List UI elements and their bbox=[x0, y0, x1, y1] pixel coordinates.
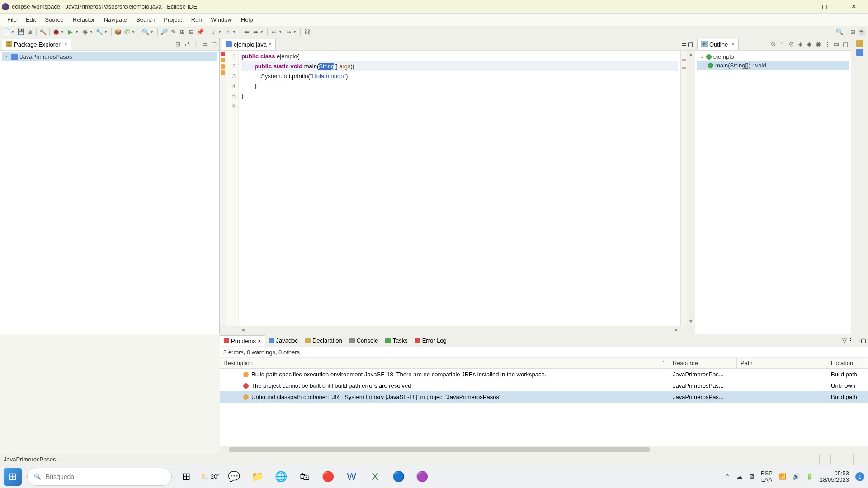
minimize-view-icon[interactable]: ▭ bbox=[833, 41, 840, 48]
dropdown-icon[interactable]: ▾ bbox=[61, 30, 65, 34]
chevron-right-icon[interactable]: › bbox=[4, 54, 9, 59]
dropdown-icon[interactable]: ▾ bbox=[233, 30, 237, 34]
scroll-right-icon[interactable]: ▸ bbox=[672, 326, 680, 334]
vertical-scrollbar[interactable]: ▴ ▾ bbox=[687, 51, 695, 326]
maximize-view-icon[interactable]: ▢ bbox=[861, 337, 866, 344]
link-icon[interactable]: ⇄ bbox=[183, 41, 190, 48]
notification-badge[interactable]: 1 bbox=[855, 472, 864, 481]
tray-chevron-icon[interactable]: ⌃ bbox=[725, 473, 730, 480]
redo-icon[interactable]: ↪ bbox=[285, 28, 292, 36]
outline-tab[interactable]: ◩ Outline × bbox=[697, 39, 739, 50]
open-type-icon[interactable]: 🔍 bbox=[142, 28, 149, 36]
overview-marker[interactable] bbox=[682, 67, 686, 69]
language-indicator[interactable]: ESP LAA bbox=[761, 470, 773, 483]
wifi-icon[interactable]: 📶 bbox=[779, 473, 786, 480]
prev-icon[interactable]: ↑ bbox=[224, 28, 231, 36]
maximize-view-icon[interactable]: ▢ bbox=[210, 41, 217, 48]
annotation-icon[interactable]: ✎ bbox=[170, 28, 177, 36]
maximize-view-icon[interactable]: ▢ bbox=[842, 41, 849, 48]
last-edit-icon[interactable]: ↩ bbox=[270, 28, 278, 36]
word-icon[interactable]: W bbox=[343, 468, 361, 486]
menu-navigate[interactable]: Navigate bbox=[99, 14, 132, 25]
menu-source[interactable]: Source bbox=[40, 14, 68, 25]
menu-search[interactable]: Search bbox=[132, 14, 159, 25]
search-icon[interactable]: 🔎 bbox=[160, 28, 168, 36]
task-view-icon[interactable]: ⊞ bbox=[177, 468, 195, 486]
overview-marker[interactable] bbox=[682, 59, 686, 61]
view-menu-icon[interactable]: ⋮ bbox=[192, 41, 199, 48]
scroll-up-icon[interactable]: ▴ bbox=[687, 51, 695, 59]
collapse-all-icon[interactable]: ⊟ bbox=[174, 41, 181, 48]
column-resource[interactable]: Resource bbox=[669, 358, 737, 368]
tab-error-log[interactable]: Error Log bbox=[411, 335, 450, 346]
perspective-icon[interactable]: ⊞ bbox=[849, 28, 856, 36]
dropdown-icon[interactable]: ▾ bbox=[105, 30, 108, 34]
excel-icon[interactable]: X bbox=[366, 468, 384, 486]
problem-row[interactable]: Unbound classpath container: 'JRE System… bbox=[220, 391, 868, 403]
network-icon[interactable]: 🖥 bbox=[749, 473, 755, 480]
view-menu-icon[interactable]: ⋮ bbox=[848, 337, 854, 344]
code-area[interactable]: public class ejemplo{ public static void… bbox=[239, 51, 680, 326]
error-marker-icon[interactable] bbox=[221, 52, 225, 56]
minimize-view-icon[interactable]: ▭ bbox=[854, 337, 860, 344]
tab-console[interactable]: Console bbox=[346, 335, 382, 346]
hide-static-icon[interactable]: ◈ bbox=[797, 41, 804, 48]
close-icon[interactable]: × bbox=[731, 41, 735, 47]
taskbar-search[interactable]: 🔍 bbox=[27, 468, 172, 486]
maximize-button[interactable]: ▢ bbox=[816, 0, 834, 14]
debug-icon[interactable]: 🐞 bbox=[52, 28, 60, 36]
hide-non-public-icon[interactable]: ◆ bbox=[806, 41, 813, 48]
coverage-icon[interactable]: ◉ bbox=[81, 28, 89, 36]
close-icon[interactable]: × bbox=[269, 41, 272, 47]
next-icon[interactable]: ↓ bbox=[210, 28, 217, 36]
warn-marker-icon[interactable] bbox=[221, 70, 225, 75]
view-menu-icon[interactable]: ⋮ bbox=[824, 41, 831, 48]
external-icon[interactable]: 🔧 bbox=[96, 28, 103, 36]
dropdown-icon[interactable]: ▾ bbox=[294, 30, 297, 34]
explorer-icon[interactable]: 📁 bbox=[249, 468, 267, 486]
warn-marker-icon[interactable] bbox=[221, 58, 225, 62]
java-perspective-icon[interactable]: ☕ bbox=[858, 28, 865, 36]
battery-icon[interactable]: 🔋 bbox=[806, 473, 813, 480]
outline-item-class[interactable]: ⌄ ejemplo bbox=[697, 52, 849, 61]
menu-project[interactable]: Project bbox=[159, 14, 186, 25]
menu-help[interactable]: Help bbox=[236, 14, 258, 25]
run-icon[interactable]: ▶ bbox=[67, 28, 74, 36]
warn-marker-icon[interactable] bbox=[221, 64, 225, 69]
tab-javadoc[interactable]: Javadoc bbox=[265, 335, 302, 346]
chrome-icon[interactable]: 🔵 bbox=[390, 468, 408, 486]
chevron-down-icon[interactable]: ⌄ bbox=[699, 54, 704, 59]
start-button[interactable]: ⊞ bbox=[4, 468, 22, 486]
tree-item-project[interactable]: › JavaPrimerosPasos bbox=[2, 52, 217, 61]
horizontal-scrollbar[interactable]: ◂ ▸ bbox=[220, 326, 695, 334]
menu-window[interactable]: Window bbox=[207, 14, 236, 25]
sort-icon[interactable]: ᵃ bbox=[778, 41, 786, 48]
outline-item-method[interactable]: main(String[]) : void bbox=[697, 61, 849, 70]
new-class-icon[interactable]: Ⓒ bbox=[123, 28, 131, 36]
minimize-view-icon[interactable]: ▭ bbox=[201, 41, 208, 48]
dropdown-icon[interactable]: ▾ bbox=[279, 30, 283, 34]
perspective-button[interactable] bbox=[856, 40, 863, 47]
back-icon[interactable]: ⬅ bbox=[243, 28, 250, 36]
edge-icon[interactable]: 🌐 bbox=[272, 468, 290, 486]
scroll-down-icon[interactable]: ▾ bbox=[687, 318, 695, 326]
dropdown-icon[interactable]: ▾ bbox=[76, 30, 80, 34]
pin-icon[interactable]: 📌 bbox=[197, 28, 204, 36]
chrome-icon[interactable]: 🔴 bbox=[319, 468, 337, 486]
editor-body[interactable]: 1 2 3 4 5 6 public class ejemplo{ public… bbox=[220, 51, 695, 326]
save-all-icon[interactable]: 🗎 bbox=[26, 28, 33, 36]
scroll-left-icon[interactable]: ◂ bbox=[239, 326, 247, 334]
dropdown-icon[interactable]: ▾ bbox=[132, 30, 136, 34]
build-icon[interactable]: 🔨 bbox=[39, 28, 47, 36]
close-icon[interactable]: × bbox=[64, 41, 67, 47]
problem-row[interactable]: The project cannot be built until build … bbox=[220, 380, 868, 391]
editor-tab[interactable]: ejemplo.java × bbox=[222, 39, 276, 50]
dropdown-icon[interactable]: ▾ bbox=[261, 30, 264, 34]
weather-widget[interactable]: ⛅ 20° bbox=[201, 473, 220, 480]
menu-edit[interactable]: Edit bbox=[21, 14, 40, 25]
minimize-view-icon[interactable]: ▭ bbox=[681, 41, 687, 47]
tab-tasks[interactable]: Tasks bbox=[382, 335, 411, 346]
package-explorer-tab[interactable]: ☰ Package Explorer × bbox=[2, 39, 71, 50]
dropdown-icon[interactable]: ▾ bbox=[12, 30, 15, 34]
problem-row[interactable]: Build path specifies execution environme… bbox=[220, 369, 868, 380]
